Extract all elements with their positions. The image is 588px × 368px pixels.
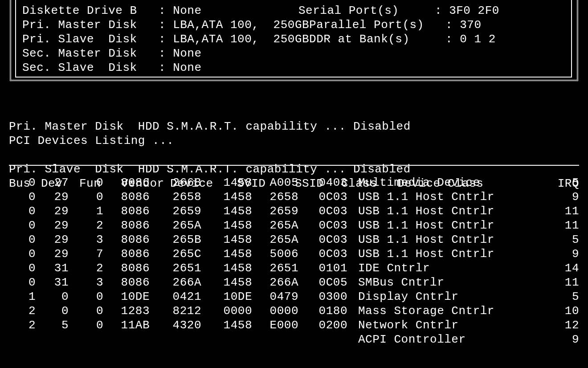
system-left: Sec. Slave Disk : None xyxy=(22,61,298,75)
cell-class: 0C03 xyxy=(300,190,349,204)
cell-fun: 0 xyxy=(70,290,105,304)
cell-bus: 0 xyxy=(9,261,37,275)
cell-ssid: 266A xyxy=(254,275,300,290)
cell-vendor: 11AB xyxy=(105,318,151,332)
cell-dev: 31 xyxy=(37,261,70,275)
cell-svid: 1458 xyxy=(203,204,254,218)
cell-class: 0180 xyxy=(300,304,349,318)
cell-fun: 2 xyxy=(70,218,105,233)
cell-ssid: 5006 xyxy=(254,247,300,261)
cell-irq: 9 xyxy=(548,247,579,261)
cell-fun: 0 xyxy=(70,176,105,190)
cell-device: 265C xyxy=(151,247,203,261)
table-row: 029180862659145826590C03USB 1.1 Host Cnt… xyxy=(9,204,579,218)
cell-class: 0101 xyxy=(300,261,349,275)
cell-device: 8212 xyxy=(151,304,203,318)
cell-dev: 29 xyxy=(37,233,70,247)
cell-fun: 2 xyxy=(70,261,105,275)
cell-irq: 14 xyxy=(548,261,579,275)
cell-device: 2659 xyxy=(151,204,203,218)
cell-desc: IDE Cntrlr xyxy=(349,261,548,275)
cell-irq: 5 xyxy=(548,233,579,247)
system-config-box: Diskette Drive B : NoneSerial Port(s) : … xyxy=(15,0,572,78)
system-left: Sec. Master Disk : None xyxy=(22,46,298,61)
cell-device: 266A xyxy=(151,275,203,290)
cell-desc: USB 1.1 Host Cntrlr xyxy=(349,218,548,233)
cell-irq: 11 xyxy=(548,218,579,233)
cell-irq: 11 xyxy=(548,204,579,218)
table-row: ACPI Controller9 xyxy=(9,332,579,347)
cell-ssid: 0000 xyxy=(254,304,300,318)
cell-svid: 1458 xyxy=(203,190,254,204)
cell-vendor: 8086 xyxy=(105,275,151,290)
cell-fun: 0 xyxy=(70,304,105,318)
cell-dev: 29 xyxy=(37,247,70,261)
cell-irq: 5 xyxy=(548,176,579,190)
cell-fun: 0 xyxy=(70,190,105,204)
cell-dev: 29 xyxy=(37,190,70,204)
cell-dev: 0 xyxy=(37,304,70,318)
cell-svid: 0000 xyxy=(203,304,254,318)
system-right xyxy=(298,61,565,75)
cell-svid: 1458 xyxy=(203,318,254,332)
cell-device: 265A xyxy=(151,218,203,233)
cell-class: 0300 xyxy=(300,290,349,304)
cell-desc: USB 1.1 Host Cntrlr xyxy=(349,204,548,218)
system-left: Pri. Slave Disk : LBA,ATA 100, 250GB xyxy=(22,32,309,46)
cell-vendor: 8086 xyxy=(105,218,151,233)
cell-dev: 31 xyxy=(37,275,70,290)
cell-ssid: 265A xyxy=(254,233,300,247)
cell-svid: 1458 xyxy=(203,233,254,247)
cell-ssid: 2659 xyxy=(254,204,300,218)
cell-bus: 0 xyxy=(9,204,37,218)
cell-ssid: 0479 xyxy=(254,290,300,304)
table-row: 25011AB43201458E0000200Network Cntrlr12 xyxy=(9,318,579,332)
cell-bus: 0 xyxy=(9,176,37,190)
cell-irq: 11 xyxy=(548,275,579,290)
cell-desc: Multimedia Device xyxy=(349,176,548,190)
system-right: DDR at Bank(s) : 0 1 2 xyxy=(309,32,565,46)
pci-heading: PCI Devices Listing ... xyxy=(9,134,174,148)
cell-desc: Network Cntrlr xyxy=(349,318,548,332)
cell-svid: 1458 xyxy=(203,247,254,261)
system-line: Diskette Drive B : NoneSerial Port(s) : … xyxy=(22,4,565,18)
cell-device: 4320 xyxy=(151,318,203,332)
cell-fun: 7 xyxy=(70,247,105,261)
system-right: Serial Port(s) : 3F0 2F0 xyxy=(298,4,565,18)
cell-class: 0C03 xyxy=(300,218,349,233)
table-row: 0270808626681458A0050403Multimedia Devic… xyxy=(9,176,579,190)
bios-post-screen: Diskette Drive B : NoneSerial Port(s) : … xyxy=(0,0,588,368)
cell-ssid: A005 xyxy=(254,176,300,190)
cell-dev: 29 xyxy=(37,218,70,233)
cell-irq: 9 xyxy=(548,190,579,204)
cell-dev: 27 xyxy=(37,176,70,190)
cell-svid: 10DE xyxy=(203,290,254,304)
cell-fun: 3 xyxy=(70,233,105,247)
cell-device: 2651 xyxy=(151,261,203,275)
cell-device: 2658 xyxy=(151,190,203,204)
table-row: 029080862658145826580C03USB 1.1 Host Cnt… xyxy=(9,190,579,204)
cell-class: 0C03 xyxy=(300,204,349,218)
cell-svid: 1458 xyxy=(203,261,254,275)
cell-fun: 1 xyxy=(70,204,105,218)
cell-device: 0421 xyxy=(151,290,203,304)
cell-desc: USB 1.1 Host Cntrlr xyxy=(349,233,548,247)
cell-vendor: 8086 xyxy=(105,204,151,218)
cell-svid: 1458 xyxy=(203,218,254,233)
system-left: Pri. Master Disk : LBA,ATA 100, 250GB xyxy=(22,18,309,32)
cell-desc: Display Cntrlr xyxy=(349,290,548,304)
system-line: Pri. Slave Disk : LBA,ATA 100, 250GBDDR … xyxy=(22,32,565,46)
cell-vendor: 8086 xyxy=(105,176,151,190)
cell-class: 0200 xyxy=(300,318,349,332)
cell-desc: USB 1.1 Host Cntrlr xyxy=(349,190,548,204)
cell-vendor: 8086 xyxy=(105,247,151,261)
cell-bus: 0 xyxy=(9,218,37,233)
table-row: 02978086265C145850060C03USB 1.1 Host Cnt… xyxy=(9,247,579,261)
cell-dev: 29 xyxy=(37,204,70,218)
cell-irq: 12 xyxy=(548,318,579,332)
cell-vendor: 8086 xyxy=(105,261,151,275)
cell-class: 0C03 xyxy=(300,247,349,261)
table-row: 031280862651145826510101IDE Cntrlr14 xyxy=(9,261,579,275)
cell-ssid: 265A xyxy=(254,218,300,233)
table-row: 10010DE042110DE04790300Display Cntrlr5 xyxy=(9,290,579,304)
